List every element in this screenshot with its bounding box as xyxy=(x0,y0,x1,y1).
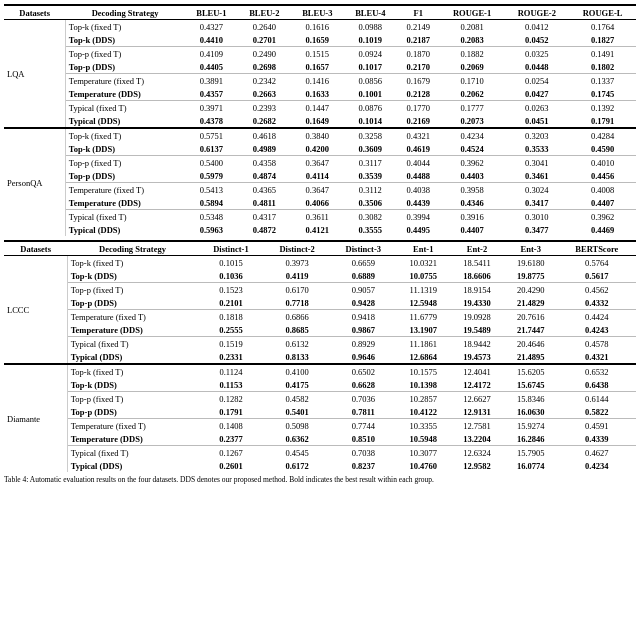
metric-value: 0.2101 xyxy=(198,296,264,310)
table-footer: Table 4: Automatic evaluation results on… xyxy=(4,475,636,484)
metric-value: 0.2069 xyxy=(440,60,505,74)
metric-value: 0.4234 xyxy=(558,459,636,472)
metric-value: 0.1745 xyxy=(569,87,636,101)
metric-value: 15.8346 xyxy=(504,392,558,406)
metric-value: 0.4339 xyxy=(558,432,636,446)
col-bertscore: BERTScore xyxy=(558,241,636,256)
metric-value: 0.9646 xyxy=(330,350,396,364)
strategy-label: Typical (DDS) xyxy=(65,223,185,236)
metric-value: 0.1764 xyxy=(569,20,636,34)
metric-value: 0.4405 xyxy=(185,60,238,74)
metric-value: 0.2701 xyxy=(238,33,291,47)
table-row: Top-p (DDS)0.59790.48740.41140.35390.448… xyxy=(4,169,636,183)
metric-value: 0.4811 xyxy=(238,196,291,210)
metric-value: 0.2083 xyxy=(440,33,505,47)
col-rouge2: ROUGE-2 xyxy=(504,5,569,20)
metric-value: 0.2601 xyxy=(198,459,264,472)
metric-value: 0.8510 xyxy=(330,432,396,446)
metric-value: 0.4119 xyxy=(264,269,330,283)
metric-value: 0.4038 xyxy=(397,183,440,197)
metric-value: 0.4410 xyxy=(185,33,238,47)
metric-value: 0.9418 xyxy=(330,310,396,324)
metric-value: 0.4439 xyxy=(397,196,440,210)
metric-value: 0.1447 xyxy=(291,101,344,115)
metric-value: 0.4066 xyxy=(291,196,344,210)
dataset-label: Diamante xyxy=(4,364,67,472)
metric-value: 0.5413 xyxy=(185,183,238,197)
metric-value: 0.6170 xyxy=(264,283,330,297)
metric-value: 0.4618 xyxy=(238,128,291,142)
metric-value: 0.4627 xyxy=(558,446,636,460)
metric-value: 0.3609 xyxy=(344,142,397,156)
metric-value: 21.7447 xyxy=(504,323,558,337)
metric-value: 0.0448 xyxy=(504,60,569,74)
metric-value: 0.4358 xyxy=(238,156,291,170)
metric-value: 0.4407 xyxy=(440,223,505,236)
metric-value: 0.1791 xyxy=(569,114,636,128)
metric-value: 0.9428 xyxy=(330,296,396,310)
metric-value: 0.3477 xyxy=(504,223,569,236)
metric-value: 0.3962 xyxy=(440,156,505,170)
metric-value: 12.4172 xyxy=(450,378,504,392)
strategy-label: Typical (fixed T) xyxy=(67,446,198,460)
strategy-label: Top-p (fixed T) xyxy=(65,156,185,170)
metric-value: 18.9442 xyxy=(450,337,504,351)
metric-value: 0.8685 xyxy=(264,323,330,337)
metric-value: 0.8133 xyxy=(264,350,330,364)
metric-value: 10.5948 xyxy=(396,432,450,446)
strategy-label: Temperature (fixed T) xyxy=(65,183,185,197)
metric-value: 12.6864 xyxy=(396,350,450,364)
metric-value: 0.2555 xyxy=(198,323,264,337)
metric-value: 10.4760 xyxy=(396,459,450,472)
strategy-label: Top-p (fixed T) xyxy=(67,392,198,406)
metric-value: 0.1649 xyxy=(291,114,344,128)
metric-value: 0.1408 xyxy=(198,419,264,433)
col-distinct3: Distinct-3 xyxy=(330,241,396,256)
metric-value: 0.4545 xyxy=(264,446,330,460)
metric-value: 15.6745 xyxy=(504,378,558,392)
table-row: Temperature (DDS)0.23770.63620.851010.59… xyxy=(4,432,636,446)
metric-value: 0.3962 xyxy=(569,210,636,224)
metric-value: 0.1267 xyxy=(198,446,264,460)
metric-value: 0.4378 xyxy=(185,114,238,128)
metric-value: 0.4365 xyxy=(238,183,291,197)
metric-value: 20.4646 xyxy=(504,337,558,351)
metric-value: 0.1827 xyxy=(569,33,636,47)
metric-value: 0.4100 xyxy=(264,364,330,378)
metric-value: 15.7905 xyxy=(504,446,558,460)
strategy-label: Top-p (fixed T) xyxy=(67,283,198,297)
metric-value: 10.4122 xyxy=(396,405,450,419)
metric-value: 0.6362 xyxy=(264,432,330,446)
metric-value: 0.1515 xyxy=(291,47,344,61)
metric-value: 0.1882 xyxy=(440,47,505,61)
table-row: Typical (fixed T)0.53480.43170.36110.308… xyxy=(4,210,636,224)
metric-value: 10.1398 xyxy=(396,378,450,392)
metric-value: 20.4290 xyxy=(504,283,558,297)
metric-value: 0.1616 xyxy=(291,20,344,34)
strategy-label: Top-k (DDS) xyxy=(65,142,185,156)
metric-value: 0.3971 xyxy=(185,101,238,115)
table2-header-row: Datasets Decoding Strategy Distinct-1 Di… xyxy=(4,241,636,256)
metric-value: 0.6144 xyxy=(558,392,636,406)
metric-value: 0.4591 xyxy=(558,419,636,433)
col-bleu3: BLEU-3 xyxy=(291,5,344,20)
metric-value: 0.1659 xyxy=(291,33,344,47)
table-row: Top-k (DDS)0.61370.49890.42000.36090.461… xyxy=(4,142,636,156)
metric-value: 0.5400 xyxy=(185,156,238,170)
metric-value: 0.6866 xyxy=(264,310,330,324)
metric-value: 0.3082 xyxy=(344,210,397,224)
metric-value: 19.4573 xyxy=(450,350,504,364)
metric-value: 0.2331 xyxy=(198,350,264,364)
metric-value: 0.4357 xyxy=(185,87,238,101)
metric-value: 13.1907 xyxy=(396,323,450,337)
metric-value: 0.2682 xyxy=(238,114,291,128)
metric-value: 16.0630 xyxy=(504,405,558,419)
metric-value: 0.1001 xyxy=(344,87,397,101)
table-row: LCCCTop-k (fixed T)0.10150.39730.665910.… xyxy=(4,256,636,270)
col-bleu2: BLEU-2 xyxy=(238,5,291,20)
metric-value: 0.4008 xyxy=(569,183,636,197)
metric-value: 0.5751 xyxy=(185,128,238,142)
metric-value: 0.0924 xyxy=(344,47,397,61)
metric-value: 0.1770 xyxy=(397,101,440,115)
metric-value: 0.3041 xyxy=(504,156,569,170)
